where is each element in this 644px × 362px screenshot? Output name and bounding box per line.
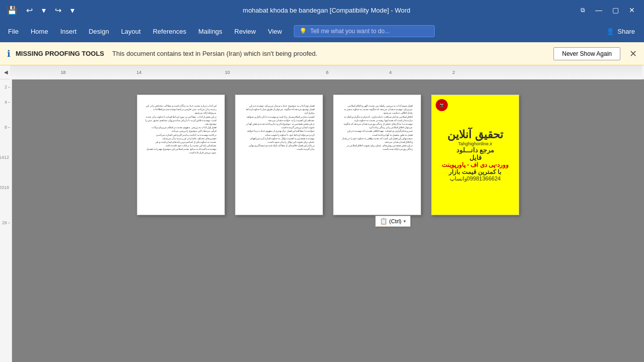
main-area: 2 4 8 1412 2018 26 این کتاب درباره محبت … (0, 79, 644, 362)
redo-icon[interactable]: ↪ (52, 4, 64, 17)
ad-price-label: با کمترین قیمت بازار (449, 168, 501, 175)
page-2[interactable]: فصل دوم کتاب به موضوع عبادت و نماز می‌پر… (235, 95, 323, 215)
page-1[interactable]: این کتاب درباره محبت خدا به بندگان است و… (137, 95, 225, 215)
ruler-track: 18 14 10 6 4 2 (10, 65, 642, 79)
paste-clipboard-icon: 📋 (380, 218, 387, 225)
menu-design[interactable]: Design (83, 24, 115, 39)
share-person-icon: 👤 (606, 28, 614, 35)
titlebar-left-icons: 💾 ↩ ▾ ↪ ▾ (4, 4, 77, 17)
share-label: Share (617, 28, 635, 35)
notif-title: MISSING PROOFING TOOLS (16, 50, 104, 57)
menu-review[interactable]: Review (228, 24, 262, 39)
undo-dropdown-icon[interactable]: ▾ (39, 4, 49, 17)
menu-home[interactable]: Home (25, 24, 54, 39)
menu-references[interactable]: References (147, 24, 192, 39)
ad-logo-badge: 📷 (436, 99, 448, 111)
paste-dropdown-icon[interactable]: ▾ (404, 219, 406, 224)
ruler-mark-26: 26 (0, 220, 12, 225)
paste-ctrl-label: (Ctrl) (389, 218, 401, 224)
menu-layout[interactable]: Layout (115, 24, 147, 39)
ruler-mark-8: 8 (0, 125, 12, 130)
title-text: mohabat khoda be bandegan [Compatibility… (77, 7, 576, 14)
page-1-content: این کتاب درباره محبت خدا به بندگان است و… (145, 104, 216, 155)
restore-icon[interactable]: ⧉ (576, 5, 590, 16)
close-button[interactable]: ✕ (624, 4, 640, 16)
titlebar: 💾 ↩ ▾ ↪ ▾ mohabat khoda be bandegan [Com… (0, 0, 644, 20)
never-show-again-button[interactable]: Never Show Again (553, 47, 620, 60)
ruler-tick-2: 2 (452, 70, 455, 75)
page-2-content: فصل دوم کتاب به موضوع عبادت و نماز می‌پر… (244, 104, 314, 151)
notification-bar: ℹ MISSING PROOFING TOOLS This document c… (0, 42, 644, 65)
ruler-tick-6: 6 (326, 70, 329, 75)
ad-ref-label: مرجع دانـــلود (456, 146, 495, 154)
ruler-tick-4: 4 (389, 70, 392, 75)
search-placeholder: Tell me what you want to do... (310, 28, 389, 35)
window-controls: ⧉ — ▢ ✕ (576, 4, 640, 16)
paste-options-tooltip[interactable]: 📋 (Ctrl) ▾ (375, 216, 411, 227)
horizontal-ruler: ◀ 18 14 10 6 4 2 (0, 65, 644, 79)
ad-domain: Tahghighonline.ir (458, 141, 492, 146)
page-4-ad[interactable]: 📷 تحقیق آنلاین Tahghighonline.ir مرجع دا… (431, 95, 519, 215)
ruler-mark-2018: 2018 (0, 185, 12, 190)
search-lightbulb-icon: 💡 (299, 28, 307, 35)
page-3-content: فصل سوم کتاب به بررسی رابطه بین محبت اله… (342, 104, 413, 151)
ruler-tick-18: 18 (60, 70, 65, 75)
menu-mailings[interactable]: Mailings (192, 24, 228, 39)
menu-file[interactable]: File (2, 24, 25, 39)
share-button[interactable]: 👤 Share (599, 25, 642, 38)
maximize-button[interactable]: ▢ (607, 4, 624, 16)
vertical-ruler: 2 4 8 1412 2018 26 (0, 79, 12, 362)
menubar: File Home Insert Design Layout Reference… (0, 20, 644, 42)
ad-types-label: وورد-پی دی اف - پاورپوینت (442, 161, 509, 168)
undo-icon[interactable]: ↩ (23, 4, 36, 17)
pages-row: این کتاب درباره محبت خدا به بندگان است و… (137, 95, 519, 215)
ruler-mark-4: 4 (0, 100, 12, 105)
more-icon[interactable]: ▾ (67, 4, 77, 17)
menu-insert[interactable]: Insert (54, 24, 83, 39)
tell-me-search[interactable]: 💡 Tell me what you want to do... (294, 25, 435, 37)
ruler-mark-1412: 1412 (0, 155, 12, 160)
close-notification-icon[interactable]: ✕ (629, 48, 637, 59)
ruler-tick-10: 10 (225, 70, 230, 75)
ad-main-title: تحقیق آنلاین (447, 128, 503, 141)
save-icon[interactable]: 💾 (4, 4, 20, 17)
ad-phone: 09981366624واتساپ (450, 175, 501, 182)
notif-message: This document contains text in Persian (… (112, 50, 548, 57)
page-3[interactable]: فصل سوم کتاب به بررسی رابطه بین محبت اله… (333, 95, 421, 215)
ad-file-label: فایل (469, 154, 481, 161)
info-icon: ℹ (7, 48, 11, 59)
document-area[interactable]: این کتاب درباره محبت خدا به بندگان است و… (12, 79, 644, 362)
ruler-collapse-btn[interactable]: ◀ (2, 68, 10, 76)
ruler-tick-14: 14 (136, 70, 141, 75)
ruler-mark-2: 2 (0, 84, 12, 89)
menu-view[interactable]: View (262, 24, 288, 39)
minimize-button[interactable]: — (590, 4, 607, 16)
